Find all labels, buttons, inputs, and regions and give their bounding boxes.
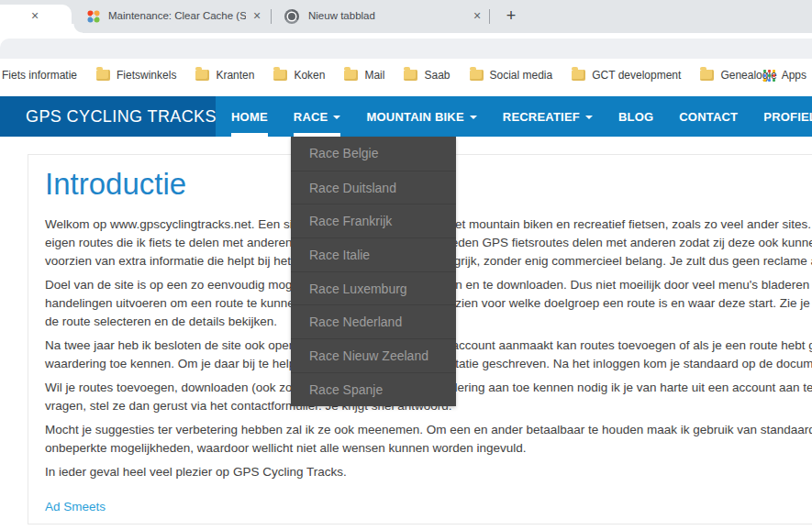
- author-link[interactable]: Ad Smeets: [45, 500, 106, 513]
- bookmark-kranten[interactable]: Kranten: [195, 69, 254, 82]
- joomla-favicon-icon: [86, 9, 101, 24]
- close-tab-icon[interactable]: ×: [470, 9, 484, 24]
- folder-icon: [700, 70, 714, 81]
- menu-item-race-luxemburg[interactable]: Race Luxemburg: [291, 271, 456, 305]
- close-tab-icon[interactable]: ×: [250, 9, 264, 24]
- menu-item-race-nederland[interactable]: Race Nederland: [291, 304, 456, 338]
- bookmark-label: Kranten: [216, 69, 254, 82]
- bookmark-label: GCT development: [592, 69, 681, 82]
- toolbar-band: [0, 39, 812, 59]
- site-navbar: GPS CYCLING TRACKS HOME RACE MOUNTAIN BI…: [0, 96, 812, 137]
- menu-item-race-duitsland[interactable]: Race Duitsland: [291, 171, 456, 204]
- folder-icon: [344, 70, 358, 81]
- nav-item-blog[interactable]: BLOG: [606, 96, 666, 137]
- folder-icon: [195, 70, 209, 81]
- nav-label: PROFIEL: [763, 110, 812, 124]
- nav-item-race[interactable]: RACE: [281, 96, 354, 137]
- browser-window: × Maintenance: Clear Cache (Site) - × Ni…: [0, 0, 812, 530]
- caret-down-icon: [470, 116, 477, 119]
- menu-item-race-italie[interactable]: Race Italie: [291, 237, 456, 271]
- menu-item-race-belgie[interactable]: Race Belgie: [291, 137, 456, 171]
- caret-down-icon: [333, 116, 340, 119]
- close-tab-icon[interactable]: ×: [28, 9, 42, 24]
- bookmark-saab[interactable]: Saab: [404, 69, 450, 82]
- menu-item-race-nieuw-zeeland[interactable]: Race Nieuw Zeeland: [291, 338, 456, 372]
- folder-icon: [572, 70, 585, 81]
- caret-down-icon: [585, 116, 593, 119]
- bookmark-mail[interactable]: Mail: [344, 69, 384, 82]
- nav-item-recreatief[interactable]: RECREATIEF: [490, 96, 606, 137]
- menu-item-race-spanje[interactable]: Race Spanje: [291, 372, 456, 406]
- folder-icon: [470, 70, 484, 81]
- race-dropdown-menu: Race Belgie Race Duitsland Race Frankrij…: [291, 137, 456, 406]
- tab-divider: [489, 9, 490, 24]
- bookmark-label: Fiets informatie: [2, 69, 77, 82]
- folder-icon: [96, 70, 110, 81]
- nav-item-profiel[interactable]: PROFIEL: [751, 96, 812, 137]
- bookmark-label: Saab: [424, 69, 450, 82]
- bookmark-fiets-informatie[interactable]: Fiets informatie: [2, 69, 77, 82]
- nav-label: RACE: [294, 110, 328, 124]
- nav-label: MOUNTAIN BIKE: [366, 110, 463, 124]
- tab-curve: [72, 24, 83, 33]
- site-brand[interactable]: GPS CYCLING TRACKS: [0, 96, 216, 137]
- bookmark-social-media[interactable]: Social media: [470, 69, 553, 82]
- bookmark-fietswinkels[interactable]: Fietswinkels: [96, 69, 176, 82]
- bookmark-koken[interactable]: Koken: [273, 69, 325, 82]
- bookmarks-bar: Fiets informatie Fietswinkels Kranten Ko…: [2, 66, 777, 84]
- apps-label: Apps: [782, 69, 806, 82]
- nav-label: CONTACT: [679, 110, 738, 124]
- nav-label: BLOG: [618, 110, 653, 124]
- bookmark-gct-development[interactable]: GCT development: [572, 69, 681, 82]
- nav-item-contact[interactable]: CONTACT: [666, 96, 751, 137]
- tab-title-new-tab[interactable]: Nieuw tabblad: [308, 10, 409, 21]
- bookmark-label: Koken: [294, 69, 325, 82]
- bookmark-label: Social media: [490, 69, 553, 82]
- nav-label: RECREATIEF: [503, 110, 580, 124]
- bookmark-label: Fietswinkels: [117, 69, 176, 82]
- nav-label: HOME: [231, 110, 268, 124]
- tab-title-maintenance[interactable]: Maintenance: Clear Cache (Site) -: [108, 10, 246, 21]
- nav-item-mountain-bike[interactable]: MOUNTAIN BIKE: [353, 96, 489, 137]
- apps-shortcut[interactable]: Apps: [763, 66, 806, 84]
- folder-icon: [404, 70, 417, 81]
- intro-paragraph-5: Mocht je suggesties ter verbetering hebb…: [45, 421, 812, 458]
- menu-item-race-frankrijk[interactable]: Race Frankrijk: [291, 204, 456, 237]
- nav-items: HOME RACE MOUNTAIN BIKE RECREATIEF BLOG …: [218, 96, 812, 137]
- bookmark-label: Mail: [364, 69, 384, 82]
- chromium-favicon-icon: [284, 9, 299, 24]
- new-tab-button[interactable]: +: [501, 6, 521, 27]
- folder-icon: [273, 70, 287, 81]
- intro-paragraph-6: In ieder geval heel veel plezier op GPS …: [45, 463, 812, 481]
- apps-grid-icon: [763, 70, 775, 82]
- tab-divider: [271, 9, 272, 24]
- tab-strip: × Maintenance: Clear Cache (Site) - × Ni…: [0, 0, 812, 33]
- nav-item-home[interactable]: HOME: [218, 96, 281, 137]
